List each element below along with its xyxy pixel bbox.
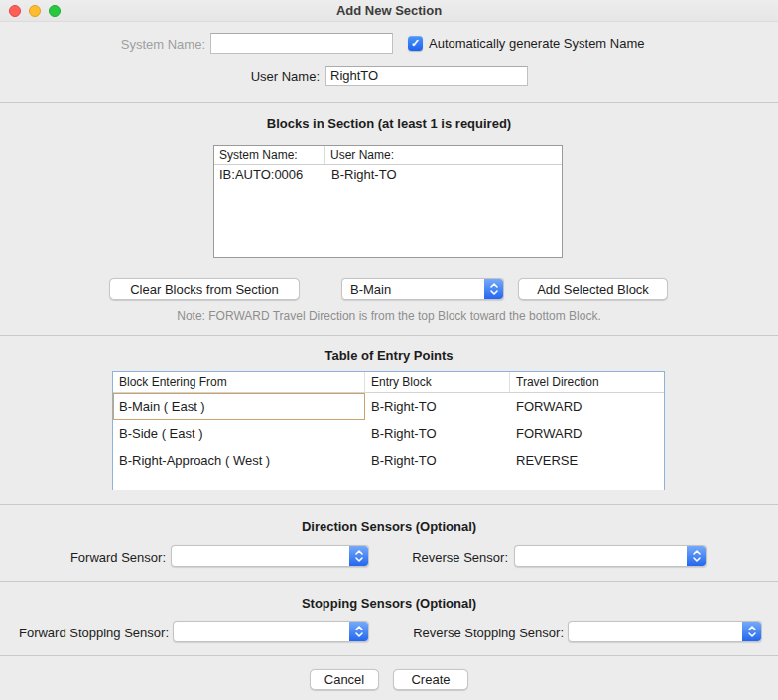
checkmark-icon: ✓	[411, 36, 420, 51]
separator	[0, 581, 778, 582]
entry-col-travel-direction[interactable]: Travel Direction	[510, 372, 664, 392]
separator	[0, 335, 778, 336]
reverse-sensor-select[interactable]	[514, 545, 707, 567]
blocks-col-user-name[interactable]: User Name:	[325, 146, 562, 164]
dropdown-arrows-icon	[687, 546, 706, 566]
entry-cell-block-entering-from[interactable]: B-Main ( East )	[113, 393, 365, 420]
entry-cell-travel-direction[interactable]: FORWARD	[510, 393, 664, 420]
user-name-input[interactable]	[325, 66, 528, 86]
block-select[interactable]: B-Main	[341, 278, 504, 300]
window-title: Add New Section	[0, 0, 778, 22]
auto-generate-checkbox[interactable]: ✓	[408, 36, 423, 51]
entry-cell-block-entering-from[interactable]: B-Right-Approach ( West )	[113, 447, 365, 474]
entry-cell-travel-direction[interactable]: REVERSE	[510, 447, 664, 474]
forward-stopping-sensor-select[interactable]	[173, 621, 369, 642]
blocks-table-header: System Name: User Name:	[214, 146, 562, 165]
entry-cell-entry-block[interactable]: B-Right-TO	[365, 393, 510, 420]
direction-sensors-heading: Direction Sensors (Optional)	[0, 519, 778, 534]
separator	[0, 655, 778, 656]
table-row[interactable]: IB:AUTO:0006 B-Right-TO	[214, 165, 562, 185]
travel-direction-note: Note: FORWARD Travel Direction is from t…	[0, 309, 778, 323]
entry-cell-entry-block[interactable]: B-Right-TO	[365, 420, 510, 447]
entry-cell-entry-block[interactable]: B-Right-TO	[365, 447, 510, 474]
system-name-label: System Name:	[89, 36, 205, 54]
auto-generate-label: Automatically generate System Name	[429, 35, 644, 53]
table-row[interactable]: B-Right-Approach ( West ) B-Right-TO REV…	[113, 447, 664, 474]
block-user-name-cell[interactable]: B-Right-TO	[326, 165, 397, 185]
forward-stopping-sensor-label: Forward Stopping Sensor:	[8, 625, 169, 642]
block-select-value: B-Main	[342, 282, 484, 297]
entry-points-table[interactable]: Block Entering From Entry Block Travel D…	[112, 371, 665, 490]
forward-sensor-select[interactable]	[171, 545, 369, 567]
block-system-name-cell[interactable]: IB:AUTO:0006	[214, 165, 326, 185]
reverse-sensor-label: Reverse Sensor:	[362, 549, 508, 567]
table-row[interactable]: B-Side ( East ) B-Right-TO FORWARD	[113, 420, 664, 447]
blocks-table[interactable]: System Name: User Name: IB:AUTO:0006 B-R…	[213, 145, 563, 258]
stopping-sensors-heading: Stopping Sensors (Optional)	[0, 596, 778, 611]
create-button[interactable]: Create	[393, 669, 468, 690]
blocks-col-system-name[interactable]: System Name:	[214, 146, 325, 164]
system-name-input[interactable]	[210, 33, 393, 54]
entry-table-header: Block Entering From Entry Block Travel D…	[113, 372, 664, 393]
reverse-stopping-sensor-select[interactable]	[568, 621, 762, 642]
blocks-section-heading: Blocks in Section (at least 1 is require…	[0, 116, 778, 131]
dropdown-arrows-icon	[484, 279, 503, 299]
user-name-label: User Name:	[203, 69, 320, 86]
table-row[interactable]: B-Main ( East ) B-Right-TO FORWARD	[113, 393, 664, 420]
reverse-stopping-sensor-label: Reverse Stopping Sensor:	[399, 625, 564, 642]
entry-points-heading: Table of Entry Points	[0, 349, 778, 363]
dropdown-arrows-icon	[349, 622, 368, 641]
dropdown-arrows-icon	[742, 622, 761, 641]
entry-col-entry-block[interactable]: Entry Block	[365, 372, 510, 392]
cancel-button[interactable]: Cancel	[310, 669, 379, 690]
clear-blocks-button[interactable]: Clear Blocks from Section	[109, 278, 300, 300]
forward-sensor-label: Forward Sensor:	[20, 549, 166, 567]
entry-col-block-entering-from[interactable]: Block Entering From	[113, 372, 365, 392]
entry-cell-block-entering-from[interactable]: B-Side ( East )	[113, 420, 365, 447]
separator	[0, 102, 778, 103]
entry-cell-travel-direction[interactable]: FORWARD	[510, 420, 664, 447]
titlebar[interactable]: Add New Section	[0, 0, 778, 22]
add-new-section-dialog: Add New Section System Name: ✓ Automatic…	[0, 0, 778, 700]
add-selected-block-button[interactable]: Add Selected Block	[518, 278, 668, 300]
separator	[0, 504, 778, 505]
